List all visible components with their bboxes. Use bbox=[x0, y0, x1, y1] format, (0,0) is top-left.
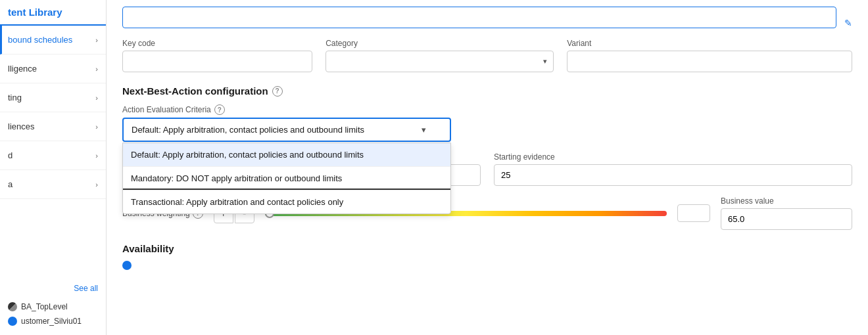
category-select-wrapper: ▾ bbox=[326, 51, 554, 72]
option-label: Mandatory: DO NOT apply arbitration or o… bbox=[131, 173, 342, 183]
chevron-right-icon: › bbox=[95, 123, 98, 131]
sidebar-item-label: ting bbox=[8, 93, 22, 102]
evidence-label: Starting evidence bbox=[494, 152, 852, 162]
sidebar: tent Library bound schedules › lligence … bbox=[0, 0, 107, 335]
main-content: ✎ Key code Category ▾ Variant Next-Best-… bbox=[107, 0, 868, 335]
dropdown-chevron-down-icon: ▾ bbox=[422, 125, 426, 135]
business-value-label: Business value bbox=[721, 196, 852, 206]
dropdown-option-transactional[interactable]: Transactional: Apply arbitration and con… bbox=[123, 190, 450, 213]
chevron-right-icon: › bbox=[95, 36, 98, 44]
sidebar-item-label: a bbox=[8, 179, 12, 189]
chevron-right-icon: › bbox=[95, 181, 98, 189]
sidebar-item-d[interactable]: d › bbox=[0, 141, 106, 170]
top-row: ✎ bbox=[122, 7, 852, 28]
variant-label: Variant bbox=[567, 39, 852, 48]
edit-icon[interactable]: ✎ bbox=[844, 18, 852, 28]
sidebar-badge-toplevel[interactable]: BA_TopLevel bbox=[8, 300, 98, 314]
user-dot-icon bbox=[8, 317, 17, 326]
dropdown-option-default[interactable]: Default: Apply arbitration, contact poli… bbox=[123, 143, 450, 167]
top-text-input[interactable] bbox=[122, 7, 836, 28]
sidebar-item-label: d bbox=[8, 150, 12, 160]
availability-title: Availability bbox=[122, 243, 852, 254]
sidebar-user-item[interactable]: ustomer_Silviu01 bbox=[8, 314, 98, 328]
chevron-right-icon: › bbox=[95, 65, 98, 73]
sidebar-item-intelligence[interactable]: lligence › bbox=[0, 55, 106, 83]
sidebar-title: tent Library bbox=[8, 7, 62, 18]
action-evaluation-dropdown: Default: Apply arbitration, contact poli… bbox=[122, 118, 451, 142]
availability-dot-icon bbox=[122, 261, 132, 270]
user-label: ustomer_Silviu01 bbox=[21, 317, 82, 326]
mandatory-line-decoration bbox=[123, 189, 450, 190]
business-value-group: Business value bbox=[721, 196, 852, 230]
nba-section-title: Next-Best-Action configuration ? bbox=[122, 85, 852, 97]
sidebar-bottom: See all BA_TopLevel ustomer_Silviu01 bbox=[0, 277, 106, 335]
criteria-label: Action Evaluation Criteria ? bbox=[122, 104, 852, 115]
variant-group: Variant bbox=[567, 39, 852, 72]
business-value-input[interactable] bbox=[721, 208, 852, 230]
criteria-help-icon[interactable]: ? bbox=[214, 104, 225, 115]
dropdown-list: Default: Apply arbitration, contact poli… bbox=[122, 143, 451, 214]
dropdown-selected-option[interactable]: Default: Apply arbitration, contact poli… bbox=[122, 118, 451, 142]
variant-input[interactable] bbox=[567, 51, 852, 72]
badge-dot-icon bbox=[8, 302, 17, 311]
sidebar-item-label: bound schedules bbox=[8, 35, 72, 45]
category-group: Category ▾ bbox=[326, 39, 554, 72]
badge-label: BA_TopLevel bbox=[21, 302, 68, 311]
sidebar-item-audiences[interactable]: liences › bbox=[0, 112, 106, 141]
top-input-group bbox=[122, 7, 836, 28]
evidence-input[interactable] bbox=[494, 164, 852, 186]
dropdown-option-mandatory[interactable]: Mandatory: DO NOT apply arbitration or o… bbox=[123, 167, 450, 190]
nba-help-icon[interactable]: ? bbox=[272, 86, 283, 97]
sidebar-item-label: lligence bbox=[8, 64, 37, 74]
chevron-right-icon: › bbox=[95, 152, 98, 160]
availability-row bbox=[122, 261, 852, 270]
evidence-group: Starting evidence bbox=[494, 152, 852, 186]
sidebar-top: tent Library bbox=[0, 0, 106, 26]
nba-section: Next-Best-Action configuration ? Action … bbox=[122, 85, 852, 142]
sidebar-item-label: liences bbox=[8, 122, 34, 131]
weighting-value-box[interactable] bbox=[677, 204, 710, 222]
key-code-input[interactable] bbox=[122, 51, 312, 72]
see-all-link[interactable]: See all bbox=[8, 284, 98, 293]
chevron-right-icon: › bbox=[95, 94, 98, 102]
key-code-group: Key code bbox=[122, 39, 312, 72]
option-label: Transactional: Apply arbitration and con… bbox=[131, 197, 343, 207]
fields-row: Key code Category ▾ Variant bbox=[122, 39, 852, 72]
category-label: Category bbox=[326, 39, 554, 48]
key-code-label: Key code bbox=[122, 39, 312, 48]
sidebar-item-outbound[interactable]: bound schedules › bbox=[0, 26, 106, 55]
sidebar-item-a[interactable]: a › bbox=[0, 170, 106, 199]
dropdown-selected-text: Default: Apply arbitration, contact poli… bbox=[132, 125, 364, 135]
availability-section: Availability bbox=[122, 243, 852, 270]
category-select[interactable] bbox=[326, 51, 554, 72]
option-label: Default: Apply arbitration, contact poli… bbox=[131, 150, 364, 160]
sidebar-item-ting[interactable]: ting › bbox=[0, 83, 106, 112]
